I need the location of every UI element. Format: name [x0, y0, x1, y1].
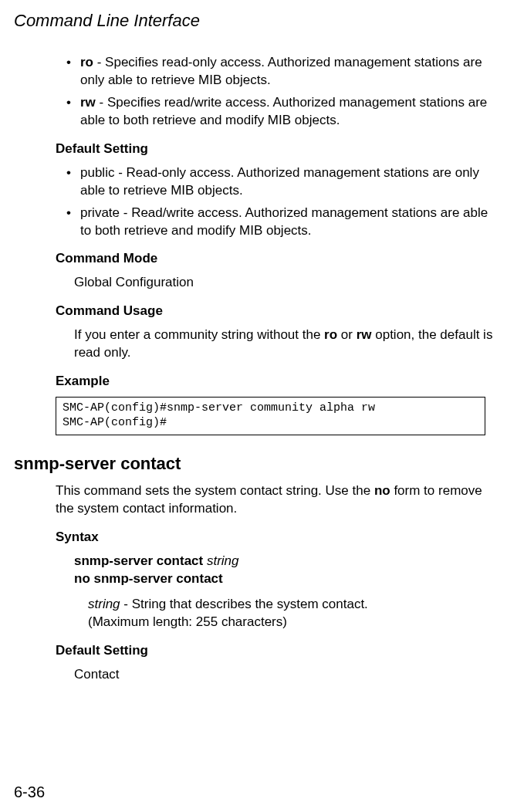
access-bullet-list: ro - Specifies read-only access. Authori…	[69, 54, 493, 130]
example-code-block: SMC-AP(config)#snmp-server community alp…	[56, 397, 485, 435]
default-setting-heading-2: Default Setting	[56, 642, 493, 660]
syntax-block: snmp-server contact string no snmp-serve…	[74, 553, 493, 588]
default-setting-heading: Default Setting	[56, 140, 493, 158]
list-item: ro - Specifies read-only access. Authori…	[69, 54, 493, 90]
example-heading: Example	[56, 373, 493, 391]
rw-key: rw	[80, 95, 96, 110]
desc-t1: This command sets the system contact str…	[56, 483, 374, 498]
usage-or: or	[337, 327, 357, 342]
default-setting-text-2: Contact	[74, 666, 493, 684]
list-item: public - Read-only access. Authorized ma…	[69, 164, 493, 200]
param-key: string	[88, 597, 120, 611]
syntax-line-1: snmp-server contact string	[74, 553, 493, 570]
desc-no: no	[374, 483, 390, 498]
usage-ro: ro	[324, 327, 337, 342]
param-t1: - String that describes the system conta…	[120, 597, 368, 611]
ro-text: - Specifies read-only access. Authorized…	[80, 55, 482, 87]
usage-rw: rw	[357, 327, 372, 342]
rw-text: - Specifies read/write access. Authorize…	[80, 95, 487, 127]
command-mode-text: Global Configuration	[74, 274, 493, 292]
syntax-line-2: no snmp-server contact	[74, 570, 493, 588]
ro-key: ro	[80, 55, 93, 69]
usage-t1: If you enter a community string without …	[74, 327, 324, 342]
syntax-cmd1: snmp-server contact	[74, 553, 207, 568]
list-item: private - Read/write access. Authorized …	[69, 205, 493, 240]
syntax-cmd2: no snmp-server contact	[74, 571, 223, 586]
param-desc: string - String that describes the syste…	[88, 596, 493, 631]
default-bullet-list: public - Read-only access. Authorized ma…	[69, 164, 493, 240]
syntax-heading: Syntax	[56, 529, 493, 546]
command-description: This command sets the system contact str…	[56, 482, 493, 518]
syntax-arg1: string	[207, 553, 239, 568]
command-usage-heading: Command Usage	[56, 303, 493, 320]
command-title: snmp-server contact	[14, 452, 493, 475]
page-header-title: Command Line Interface	[14, 9, 200, 32]
command-mode-heading: Command Mode	[56, 250, 493, 268]
command-usage-text: If you enter a community string without …	[74, 326, 493, 362]
page-number: 6-36	[14, 782, 45, 803]
param-t2: (Maximum length: 255 characters)	[88, 614, 287, 629]
list-item: rw - Specifies read/write access. Author…	[69, 94, 493, 130]
page-content: ro - Specifies read-only access. Authori…	[14, 54, 493, 690]
